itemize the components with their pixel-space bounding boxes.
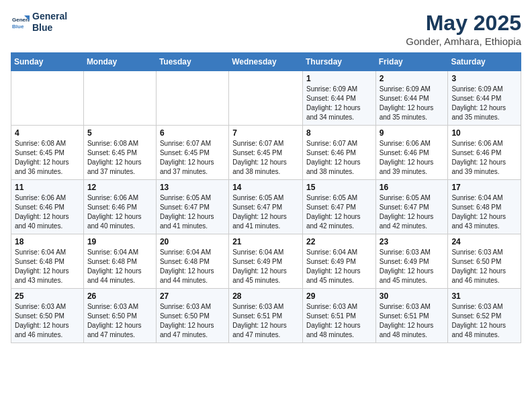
day-info: Sunrise: 6:04 AM Sunset: 6:49 PM Dayligh…: [306, 248, 372, 285]
calendar-cell: 27Sunrise: 6:03 AM Sunset: 6:50 PM Dayli…: [156, 289, 228, 343]
calendar-cell: [156, 71, 228, 126]
day-number: 11: [15, 183, 80, 192]
logo-line1: General: [32, 11, 67, 22]
logo: General Blue General Blue: [11, 11, 67, 34]
day-number: 30: [380, 291, 445, 301]
day-number: 25: [15, 291, 80, 301]
day-number: 15: [306, 183, 372, 192]
day-number: 14: [232, 183, 299, 192]
day-number: 19: [87, 237, 152, 246]
calendar-cell: 30Sunrise: 6:03 AM Sunset: 6:51 PM Dayli…: [375, 289, 448, 343]
day-number: 8: [306, 128, 372, 138]
calendar-cell: 19Sunrise: 6:04 AM Sunset: 6:48 PM Dayli…: [83, 234, 156, 289]
calendar-cell: 4Sunrise: 6:08 AM Sunset: 6:45 PM Daylig…: [11, 126, 84, 180]
day-info: Sunrise: 6:07 AM Sunset: 6:45 PM Dayligh…: [160, 139, 225, 177]
day-number: 7: [232, 128, 299, 138]
calendar-cell: 8Sunrise: 6:07 AM Sunset: 6:46 PM Daylig…: [302, 126, 375, 180]
day-info: Sunrise: 6:06 AM Sunset: 6:46 PM Dayligh…: [380, 139, 445, 177]
calendar-week-row: 11Sunrise: 6:06 AM Sunset: 6:46 PM Dayli…: [11, 180, 521, 234]
day-info: Sunrise: 6:05 AM Sunset: 6:47 PM Dayligh…: [232, 193, 299, 231]
day-number: 4: [15, 128, 80, 138]
day-info: Sunrise: 6:04 AM Sunset: 6:48 PM Dayligh…: [451, 193, 517, 231]
calendar-cell: 14Sunrise: 6:05 AM Sunset: 6:47 PM Dayli…: [229, 180, 303, 234]
calendar-cell: 2Sunrise: 6:09 AM Sunset: 6:44 PM Daylig…: [375, 71, 448, 126]
day-number: 29: [306, 291, 372, 301]
calendar-cell: 28Sunrise: 6:03 AM Sunset: 6:51 PM Dayli…: [229, 289, 303, 343]
calendar-header-row: SundayMondayTuesdayWednesdayThursdayFrid…: [11, 53, 521, 71]
day-info: Sunrise: 6:08 AM Sunset: 6:45 PM Dayligh…: [87, 139, 152, 177]
page-header: General Blue General Blue May 2025 Gonde…: [11, 11, 521, 47]
calendar-cell: 13Sunrise: 6:05 AM Sunset: 6:47 PM Dayli…: [156, 180, 228, 234]
day-number: 1: [306, 74, 372, 83]
day-info: Sunrise: 6:03 AM Sunset: 6:50 PM Dayligh…: [451, 248, 517, 285]
day-number: 16: [380, 183, 445, 192]
title-block: May 2025 Gonder, Amhara, Ethiopia: [406, 11, 521, 47]
day-number: 17: [451, 183, 517, 192]
logo-line2: Blue: [32, 22, 67, 34]
day-number: 27: [160, 291, 225, 301]
day-info: Sunrise: 6:06 AM Sunset: 6:46 PM Dayligh…: [87, 193, 152, 231]
weekday-header: Monday: [83, 53, 156, 71]
calendar-cell: [11, 71, 84, 126]
day-info: Sunrise: 6:03 AM Sunset: 6:50 PM Dayligh…: [15, 302, 80, 340]
day-number: 28: [232, 291, 299, 301]
calendar-cell: [83, 71, 156, 126]
day-info: Sunrise: 6:03 AM Sunset: 6:50 PM Dayligh…: [160, 302, 225, 340]
day-info: Sunrise: 6:03 AM Sunset: 6:51 PM Dayligh…: [306, 302, 372, 340]
calendar-cell: 31Sunrise: 6:03 AM Sunset: 6:52 PM Dayli…: [448, 289, 521, 343]
calendar-cell: 9Sunrise: 6:06 AM Sunset: 6:46 PM Daylig…: [375, 126, 448, 180]
calendar-cell: 7Sunrise: 6:07 AM Sunset: 6:45 PM Daylig…: [229, 126, 303, 180]
calendar-cell: 3Sunrise: 6:09 AM Sunset: 6:44 PM Daylig…: [448, 71, 521, 126]
day-info: Sunrise: 6:03 AM Sunset: 6:49 PM Dayligh…: [380, 248, 445, 285]
day-info: Sunrise: 6:06 AM Sunset: 6:46 PM Dayligh…: [451, 139, 517, 177]
calendar-cell: 29Sunrise: 6:03 AM Sunset: 6:51 PM Dayli…: [302, 289, 375, 343]
calendar-cell: 25Sunrise: 6:03 AM Sunset: 6:50 PM Dayli…: [11, 289, 84, 343]
calendar-cell: 10Sunrise: 6:06 AM Sunset: 6:46 PM Dayli…: [448, 126, 521, 180]
calendar-cell: 20Sunrise: 6:04 AM Sunset: 6:48 PM Dayli…: [156, 234, 228, 289]
calendar-cell: 1Sunrise: 6:09 AM Sunset: 6:44 PM Daylig…: [302, 71, 375, 126]
day-number: 26: [87, 291, 152, 301]
day-info: Sunrise: 6:05 AM Sunset: 6:47 PM Dayligh…: [380, 193, 445, 231]
weekday-header: Friday: [375, 53, 448, 71]
day-info: Sunrise: 6:07 AM Sunset: 6:45 PM Dayligh…: [232, 139, 299, 177]
calendar-week-row: 25Sunrise: 6:03 AM Sunset: 6:50 PM Dayli…: [11, 289, 521, 343]
day-number: 22: [306, 237, 372, 246]
day-number: 2: [380, 74, 445, 83]
calendar-cell: [229, 71, 303, 126]
day-number: 23: [380, 237, 445, 246]
calendar-cell: 17Sunrise: 6:04 AM Sunset: 6:48 PM Dayli…: [448, 180, 521, 234]
calendar-cell: 23Sunrise: 6:03 AM Sunset: 6:49 PM Dayli…: [375, 234, 448, 289]
day-number: 3: [451, 74, 517, 83]
day-number: 12: [87, 183, 152, 192]
calendar-week-row: 4Sunrise: 6:08 AM Sunset: 6:45 PM Daylig…: [11, 126, 521, 180]
weekday-header: Wednesday: [229, 53, 303, 71]
calendar-cell: 22Sunrise: 6:04 AM Sunset: 6:49 PM Dayli…: [302, 234, 375, 289]
day-info: Sunrise: 6:03 AM Sunset: 6:52 PM Dayligh…: [451, 302, 517, 340]
day-info: Sunrise: 6:09 AM Sunset: 6:44 PM Dayligh…: [451, 85, 517, 122]
calendar-table: SundayMondayTuesdayWednesdayThursdayFrid…: [11, 52, 521, 343]
day-number: 10: [451, 128, 517, 138]
calendar-cell: 26Sunrise: 6:03 AM Sunset: 6:50 PM Dayli…: [83, 289, 156, 343]
day-number: 18: [15, 237, 80, 246]
calendar-cell: 12Sunrise: 6:06 AM Sunset: 6:46 PM Dayli…: [83, 180, 156, 234]
day-info: Sunrise: 6:08 AM Sunset: 6:45 PM Dayligh…: [15, 139, 80, 177]
calendar-week-row: 1Sunrise: 6:09 AM Sunset: 6:44 PM Daylig…: [11, 71, 521, 126]
calendar-cell: 5Sunrise: 6:08 AM Sunset: 6:45 PM Daylig…: [83, 126, 156, 180]
day-info: Sunrise: 6:03 AM Sunset: 6:50 PM Dayligh…: [87, 302, 152, 340]
day-number: 21: [232, 237, 299, 246]
day-info: Sunrise: 6:06 AM Sunset: 6:46 PM Dayligh…: [15, 193, 80, 231]
weekday-header: Thursday: [302, 53, 375, 71]
calendar-cell: 18Sunrise: 6:04 AM Sunset: 6:48 PM Dayli…: [11, 234, 84, 289]
svg-text:Blue: Blue: [12, 24, 24, 30]
weekday-header: Saturday: [448, 53, 521, 71]
weekday-header: Sunday: [11, 53, 84, 71]
calendar-cell: 11Sunrise: 6:06 AM Sunset: 6:46 PM Dayli…: [11, 180, 84, 234]
calendar-cell: 21Sunrise: 6:04 AM Sunset: 6:49 PM Dayli…: [229, 234, 303, 289]
day-info: Sunrise: 6:07 AM Sunset: 6:46 PM Dayligh…: [306, 139, 372, 177]
day-number: 20: [160, 237, 225, 246]
day-info: Sunrise: 6:09 AM Sunset: 6:44 PM Dayligh…: [306, 85, 372, 122]
day-info: Sunrise: 6:03 AM Sunset: 6:51 PM Dayligh…: [380, 302, 445, 340]
day-info: Sunrise: 6:03 AM Sunset: 6:51 PM Dayligh…: [232, 302, 299, 340]
day-number: 6: [160, 128, 225, 138]
logo-icon: General Blue: [11, 13, 30, 32]
